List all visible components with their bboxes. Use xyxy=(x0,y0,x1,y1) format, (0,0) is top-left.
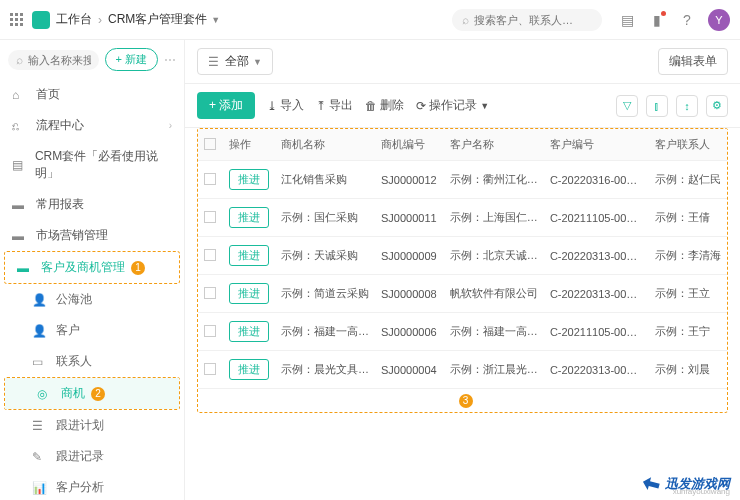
app-logo-icon xyxy=(32,11,50,29)
sidebar-item-0[interactable]: ⌂首页 xyxy=(0,79,184,110)
sidebar-item-label: 流程中心 xyxy=(36,117,84,134)
col-header-op[interactable]: 操作 xyxy=(223,129,275,161)
cell-cust: 示例：浙江晨光文具… xyxy=(444,351,544,389)
sidebar-item-1[interactable]: ⎌流程中心› xyxy=(0,110,184,141)
sort-button[interactable]: ↕ xyxy=(676,95,698,117)
cell-name: 示例：晨光文具设备… xyxy=(275,351,375,389)
row-checkbox[interactable] xyxy=(204,249,216,261)
chevron-down-icon[interactable]: ▼ xyxy=(211,15,220,25)
user-icon: 👤 xyxy=(32,293,48,307)
plan-icon: ☰ xyxy=(32,419,48,433)
cell-contact: 示例：王倩 xyxy=(649,199,727,237)
sidebar-item-label: 跟进记录 xyxy=(56,448,104,465)
sidebar-item-label: 公海池 xyxy=(56,291,92,308)
sidebar-search-input[interactable] xyxy=(28,54,91,66)
col-header-contact[interactable]: 客户联系人 xyxy=(649,129,727,161)
cell-contact: 示例：王立 xyxy=(649,275,727,313)
cell-cnum: C-20220313-0000002 xyxy=(544,237,649,275)
cell-contact: 示例：刘晨 xyxy=(649,351,727,389)
col-header-cnum[interactable]: 客户编号 xyxy=(544,129,649,161)
breadcrumb-suite[interactable]: CRM客户管理套件 xyxy=(108,11,207,28)
sidebar-item-label: 跟进计划 xyxy=(56,417,104,434)
columns-button[interactable]: ⫿ xyxy=(646,95,668,117)
folder-icon: ▬ xyxy=(12,198,28,212)
promote-button[interactable]: 推进 xyxy=(229,321,269,342)
global-search-input[interactable] xyxy=(474,14,592,26)
breadcrumb-separator: › xyxy=(98,13,102,27)
home-icon: ⌂ xyxy=(12,88,28,102)
sidebar-item-6[interactable]: 👤公海池 xyxy=(0,284,184,315)
promote-button[interactable]: 推进 xyxy=(229,359,269,380)
table-row[interactable]: 推进 示例：简道云采购 SJ0000008 帆软软件有限公司 C-2022031… xyxy=(198,275,727,313)
record-icon: ✎ xyxy=(32,450,48,464)
sidebar-item-5[interactable]: ▬客户及商机管理1 xyxy=(5,252,179,283)
select-all-checkbox[interactable] xyxy=(204,138,216,150)
table-row[interactable]: 推进 示例：国仁采购 SJ0000011 示例：上海国仁有限… C-202111… xyxy=(198,199,727,237)
watermark: xunfayouxiwang xyxy=(673,487,730,496)
cell-code: SJ0000011 xyxy=(375,199,444,237)
oplog-button[interactable]: ⟳ 操作记录 ▼ xyxy=(416,97,489,114)
export-button[interactable]: ⤒ 导出 xyxy=(316,97,353,114)
table-row[interactable]: 推进 示例：天诚采购 SJ0000009 示例：北京天诚软件… C-202203… xyxy=(198,237,727,275)
edit-form-button[interactable]: 编辑表单 xyxy=(658,48,728,75)
row-checkbox[interactable] xyxy=(204,325,216,337)
col-header-name[interactable]: 商机名称 xyxy=(275,129,375,161)
row-checkbox[interactable] xyxy=(204,173,216,185)
row-checkbox[interactable] xyxy=(204,363,216,375)
settings-button[interactable]: ⚙ xyxy=(706,95,728,117)
sidebar-item-label: CRM套件「必看使用说明」 xyxy=(35,148,172,182)
chart-icon: 📊 xyxy=(32,481,48,495)
user-avatar[interactable]: Y xyxy=(708,9,730,31)
filter-button[interactable]: ▽ xyxy=(616,95,638,117)
import-button[interactable]: ⤓ 导入 xyxy=(267,97,304,114)
sidebar-item-8[interactable]: ▭联系人 xyxy=(0,346,184,377)
cell-code: SJ0000009 xyxy=(375,237,444,275)
folder-icon: ▬ xyxy=(17,261,33,275)
folder-icon: ▬ xyxy=(12,229,28,243)
sidebar-item-12[interactable]: 📊客户分析 xyxy=(0,472,184,500)
global-search[interactable]: ⌕ xyxy=(452,9,602,31)
promote-button[interactable]: 推进 xyxy=(229,207,269,228)
sidebar-item-label: 首页 xyxy=(36,86,60,103)
sidebar-item-4[interactable]: ▬市场营销管理 xyxy=(0,220,184,251)
sidebar-item-label: 常用报表 xyxy=(36,196,84,213)
sidebar-item-label: 联系人 xyxy=(56,353,92,370)
cell-name: 示例：国仁采购 xyxy=(275,199,375,237)
cell-cnum: C-20220313-0000003 xyxy=(544,275,649,313)
help-icon[interactable]: ? xyxy=(675,8,699,32)
promote-button[interactable]: 推进 xyxy=(229,169,269,190)
search-icon: ⌕ xyxy=(16,53,23,67)
apps-grid-icon[interactable] xyxy=(10,13,24,27)
sidebar-item-2[interactable]: ▤CRM套件「必看使用说明」 xyxy=(0,141,184,189)
brand-arrow-icon xyxy=(641,474,661,494)
table-row[interactable]: 推进 示例：晨光文具设备… SJ0000004 示例：浙江晨光文具… C-202… xyxy=(198,351,727,389)
view-selector[interactable]: ☰ 全部 ▼ xyxy=(197,48,273,75)
cell-name: 示例：天诚采购 xyxy=(275,237,375,275)
sidebar-item-3[interactable]: ▬常用报表 xyxy=(0,189,184,220)
breadcrumb-workspace[interactable]: 工作台 xyxy=(56,11,92,28)
sidebar-item-10[interactable]: ☰跟进计划 xyxy=(0,410,184,441)
sidebar-item-7[interactable]: 👤客户 xyxy=(0,315,184,346)
promote-button[interactable]: 推进 xyxy=(229,245,269,266)
row-checkbox[interactable] xyxy=(204,287,216,299)
more-icon[interactable]: ⋯ xyxy=(164,53,176,67)
row-checkbox[interactable] xyxy=(204,211,216,223)
sidebar-item-9[interactable]: ◎商机2 xyxy=(5,378,179,409)
col-header-cust[interactable]: 客户名称 xyxy=(444,129,544,161)
promote-button[interactable]: 推进 xyxy=(229,283,269,304)
cell-cust: 示例：福建一高集团 xyxy=(444,313,544,351)
book-icon[interactable]: ▤ xyxy=(615,8,639,32)
table-row[interactable]: 推进 示例：福建一高3月订单 SJ0000006 示例：福建一高集团 C-202… xyxy=(198,313,727,351)
notification-icon[interactable]: ▮ xyxy=(645,8,669,32)
cell-name: 示例：简道云采购 xyxy=(275,275,375,313)
col-header-code[interactable]: 商机编号 xyxy=(375,129,444,161)
sidebar-item-11[interactable]: ✎跟进记录 xyxy=(0,441,184,472)
cell-cnum: C-20220313-0000004 xyxy=(544,351,649,389)
new-button[interactable]: + 新建 xyxy=(105,48,158,71)
delete-button[interactable]: 🗑 删除 xyxy=(365,97,404,114)
sidebar-search[interactable]: ⌕ xyxy=(8,50,99,70)
table-row[interactable]: 推进 江化销售采购 SJ0000012 示例：衢州江化集团 C-20220316… xyxy=(198,161,727,199)
callout-badge: 1 xyxy=(131,261,145,275)
sidebar-item-label: 商机 xyxy=(61,385,85,402)
add-button[interactable]: + 添加 xyxy=(197,92,255,119)
